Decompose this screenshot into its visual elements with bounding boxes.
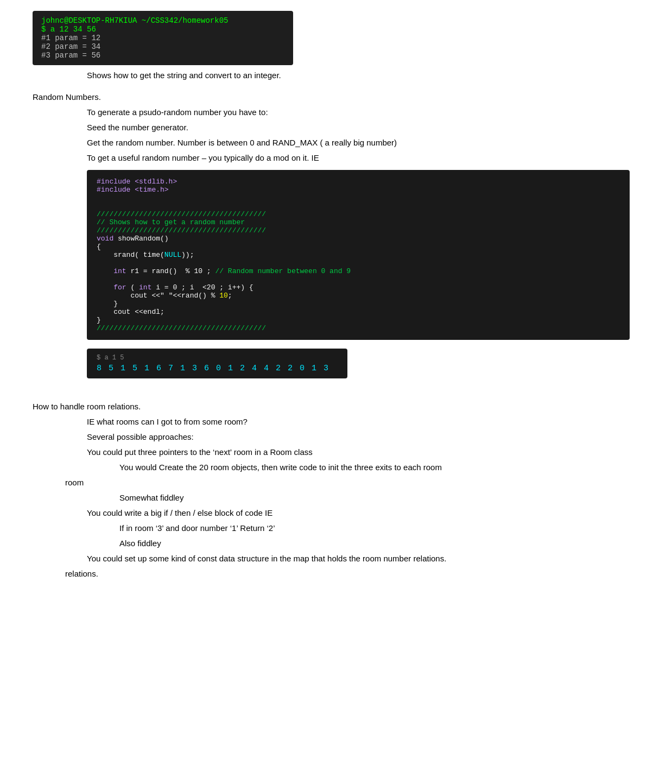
- code-line-slash-2: ////////////////////////////////////////: [97, 226, 620, 235]
- room-item-room-label: room: [65, 476, 630, 489]
- room-relations-section: How to handle room relations. IE what ro…: [33, 400, 630, 580]
- code-line-include-2: #include <time.h>: [97, 186, 620, 194]
- random-output-label: $ a 1 5: [97, 354, 338, 362]
- code-block: #include <stdlib.h> #include <time.h> //…: [87, 170, 630, 340]
- terminal-block: johnc@DESKTOP-RH7KIUA ~/CSS342/homework0…: [33, 11, 293, 65]
- room-item-3: You would Create the 20 room objects, th…: [119, 461, 630, 474]
- room-item-4: Somewhat fiddley: [119, 491, 630, 504]
- room-item-7: Also fiddley: [119, 537, 630, 550]
- code-line-slash-3: ////////////////////////////////////////: [97, 324, 620, 332]
- code-line-funcdef: void showRandom(): [97, 235, 620, 243]
- random-output-block: $ a 1 5 8 5 1 5 1 6 7 1 3 6 0 1 2 4 4 2 …: [87, 349, 347, 378]
- room-heading: How to handle room relations.: [33, 400, 630, 413]
- random-output-numbers: 8 5 1 5 1 6 7 1 3 6 0 1 2 4 4 2 2 0 1 3: [97, 364, 338, 373]
- random-point-2: Get the random number. Number is between…: [87, 136, 630, 149]
- terminal-line-1: #1 param = 12: [41, 34, 284, 42]
- random-point-0: To generate a psudo-random number you ha…: [87, 106, 630, 119]
- terminal-command: $ a 12 34 56: [41, 25, 284, 34]
- code-line-endl: cout <<endl;: [97, 308, 620, 316]
- code-line-slash-1: ////////////////////////////////////////: [97, 210, 620, 218]
- code-line-for: for ( int i = 0 ; i <20 ; i++) {: [97, 283, 620, 292]
- room-item-5: You could write a big if / then / else b…: [87, 507, 630, 520]
- code-line-comment: // Shows how to get a random number: [97, 218, 620, 226]
- terminal-prompt: johnc@DESKTOP-RH7KIUA ~/CSS342/homework0…: [41, 16, 284, 25]
- code-line-srand: srand( time(NULL));: [97, 251, 620, 259]
- terminal-line-2: #2 param = 34: [41, 42, 284, 51]
- code-line-brace-close-2: }: [97, 316, 620, 324]
- random-numbers-section: Random Numbers. To generate a psudo-rand…: [33, 91, 630, 378]
- code-line-brace-close-1: }: [97, 300, 620, 308]
- room-item-2: You could put three pointers to the ‘nex…: [87, 446, 630, 459]
- room-item-8: You could set up some kind of const data…: [87, 552, 630, 565]
- code-line-cout: cout <<" "<<rand() % 10;: [97, 292, 620, 300]
- room-item-6: If in room ‘3’ and door number ‘1’ Retur…: [119, 522, 630, 535]
- room-item-relations-label: relations.: [65, 567, 630, 580]
- random-point-1: Seed the number generator.: [87, 121, 630, 134]
- terminal-caption: Shows how to get the string and convert …: [87, 71, 630, 80]
- random-heading: Random Numbers.: [33, 91, 630, 104]
- code-line-r1: int r1 = rand() % 10 ; // Random number …: [97, 267, 620, 275]
- page-content: johnc@DESKTOP-RH7KIUA ~/CSS342/homework0…: [33, 11, 630, 580]
- room-item-1: Several possible approaches:: [87, 431, 630, 444]
- terminal-line-3: #3 param = 56: [41, 51, 284, 60]
- code-line-brace-open: {: [97, 243, 620, 251]
- room-item-0: IE what rooms can I got to from some roo…: [87, 415, 630, 428]
- code-block-container: #include <stdlib.h> #include <time.h> //…: [87, 170, 630, 340]
- random-point-3: To get a useful random number – you typi…: [87, 151, 630, 165]
- code-line-include-1: #include <stdlib.h>: [97, 178, 620, 186]
- random-output-container: $ a 1 5 8 5 1 5 1 6 7 1 3 6 0 1 2 4 4 2 …: [87, 345, 630, 378]
